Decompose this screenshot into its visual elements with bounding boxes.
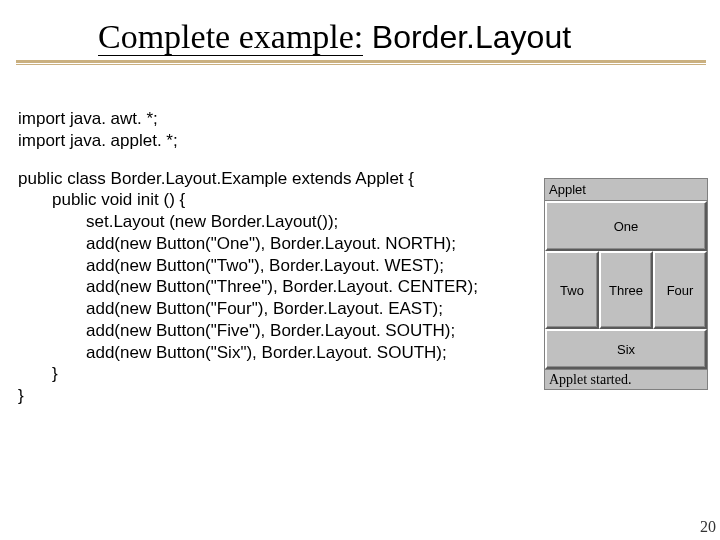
code-line-4: add(new Button("One"), Border.Layout. NO…	[18, 233, 578, 255]
code-line-1: public class Border.Layout.Example exten…	[18, 168, 578, 190]
title-part1: Complete example:	[98, 18, 363, 56]
button-one[interactable]: One	[545, 201, 707, 251]
button-six-label: Six	[617, 342, 635, 357]
borderlayout-grid: One Two Three Four Six	[544, 200, 708, 370]
button-four[interactable]: Four	[653, 251, 707, 329]
import-line-2: import java. applet. *;	[18, 130, 578, 152]
class-block: public class Border.Layout.Example exten…	[18, 168, 578, 407]
applet-window: Applet One Two Three Four Six Applet sta…	[544, 178, 708, 390]
slide-title: Complete example: Border.Layout	[98, 18, 571, 55]
applet-titlebar: Applet	[544, 178, 708, 200]
code-line-9: add(new Button("Six"), Border.Layout. SO…	[18, 342, 578, 364]
code-line-8: add(new Button("Five"), Border.Layout. S…	[18, 320, 578, 342]
code-line-3: set.Layout (new Border.Layout());	[18, 211, 578, 233]
button-two-label: Two	[560, 283, 584, 298]
code-line-2: public void init () {	[18, 189, 578, 211]
button-three[interactable]: Three	[599, 251, 653, 329]
code-line-7: add(new Button("Four"), Border.Layout. E…	[18, 298, 578, 320]
button-four-label: Four	[667, 283, 694, 298]
code-line-10: }	[18, 363, 578, 385]
button-two[interactable]: Two	[545, 251, 599, 329]
title-part2: Border.Layout	[372, 19, 571, 55]
button-one-label: One	[614, 219, 639, 234]
code-line-11: }	[18, 385, 578, 407]
button-three-label: Three	[609, 283, 643, 298]
import-line-1: import java. awt. *;	[18, 108, 578, 130]
code-line-6: add(new Button("Three"), Border.Layout. …	[18, 276, 578, 298]
title-underline	[16, 60, 706, 66]
slide-title-wrap: Complete example: Border.Layout	[0, 0, 720, 56]
applet-status: Applet started.	[544, 370, 708, 390]
imports-block: import java. awt. *; import java. applet…	[18, 108, 578, 152]
button-six[interactable]: Six	[545, 329, 707, 369]
code-content: import java. awt. *; import java. applet…	[18, 108, 578, 407]
page-number: 20	[700, 518, 716, 536]
code-line-5: add(new Button("Two"), Border.Layout. WE…	[18, 255, 578, 277]
